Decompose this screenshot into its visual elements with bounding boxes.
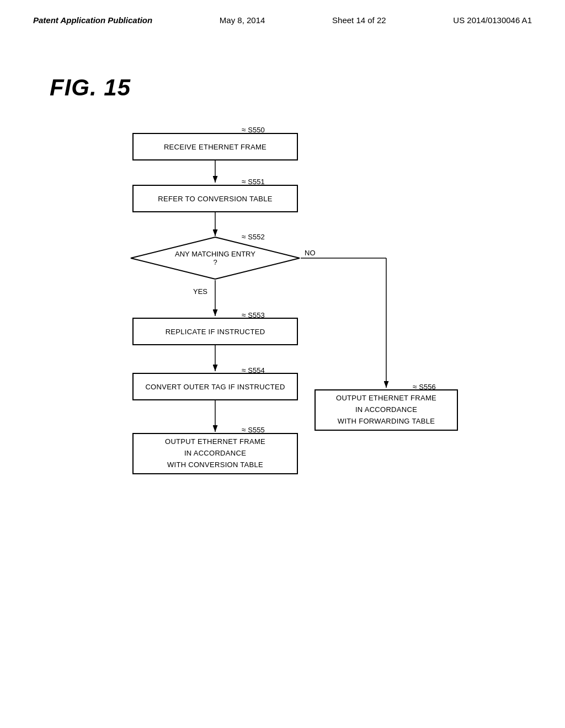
box-s554-text: CONVERT OUTER TAG IF INSTRUCTED [145,383,285,391]
figure-title: FIG. 15 [50,74,565,101]
sheet-label: Sheet 14 of 22 [332,15,386,25]
header: Patent Application Publication May 8, 20… [0,0,565,25]
box-s555-text: OUTPUT ETHERNET FRAME IN ACCORDANCE WITH… [165,436,265,470]
box-s551-text: REFER TO CONVERSION TABLE [158,195,272,203]
flowchart: ≈ S550 RECEIVE ETHERNET FRAME ≈ S551 REF… [44,117,519,592]
box-s554: CONVERT OUTER TAG IF INSTRUCTED [132,373,298,400]
no-label: NO [305,249,316,257]
date-label: May 8, 2014 [220,15,265,25]
diamond-s552: ANY MATCHING ENTRY ? [130,236,301,280]
box-s551: REFER TO CONVERSION TABLE [132,185,298,212]
box-s556: OUTPUT ETHERNET FRAME IN ACCORDANCE WITH… [315,389,458,431]
box-s553: REPLICATE IF INSTRUCTED [132,318,298,345]
box-s553-text: REPLICATE IF INSTRUCTED [166,328,265,336]
svg-marker-8 [131,237,300,279]
flowchart-layer: ≈ S550 RECEIVE ETHERNET FRAME ≈ S551 REF… [44,117,519,592]
page: Patent Application Publication May 8, 20… [0,0,565,728]
publication-label: Patent Application Publication [33,15,152,25]
patent-label: US 2014/0130046 A1 [453,15,532,25]
box-s556-text: OUTPUT ETHERNET FRAME IN ACCORDANCE WITH… [336,393,436,427]
box-s555: OUTPUT ETHERNET FRAME IN ACCORDANCE WITH… [132,433,298,474]
yes-label: YES [193,287,207,296]
box-s550: RECEIVE ETHERNET FRAME [132,133,298,160]
box-s550-text: RECEIVE ETHERNET FRAME [164,143,266,151]
